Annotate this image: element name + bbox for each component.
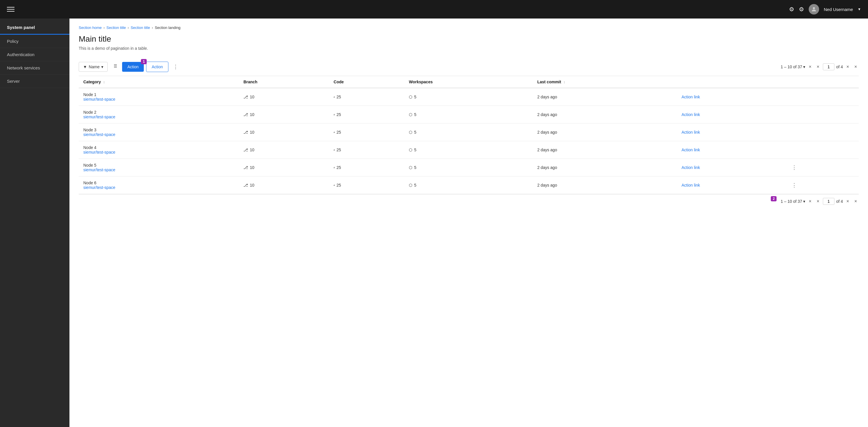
cell-more-1	[785, 106, 859, 124]
sort-icon-last-commit[interactable]: ↕	[563, 80, 565, 84]
filter-button[interactable]: ▼ Name ▾	[79, 62, 107, 72]
cell-category-5: Node 6 siemur/test-space	[79, 177, 239, 194]
branch-icon-3: ⎇	[243, 148, 248, 152]
bottom-bar: 2 1 – 10 of 37 ▾ × × of 4 × ×	[79, 194, 859, 206]
code-icon-1: ⁴	[334, 113, 335, 117]
pagination-next-next-bottom[interactable]: ×	[852, 198, 859, 205]
cell-more-0	[785, 88, 859, 106]
sort-button[interactable]	[110, 61, 120, 72]
cell-code-5: ⁴25	[329, 177, 404, 194]
gear-icon-1[interactable]: ⚙	[789, 6, 794, 13]
cell-link-2[interactable]: siemur/test-space	[83, 132, 234, 137]
action-link-4[interactable]: Action link	[681, 165, 700, 170]
avatar[interactable]	[809, 4, 819, 14]
pagination-next-top[interactable]: ×	[844, 64, 850, 70]
cell-category-1: Node 2 siemur/test-space	[79, 106, 239, 124]
table-header-row: Category ↕ Branch Code Workspaces Last c…	[79, 76, 859, 88]
pagination-page-input-top[interactable]	[823, 63, 834, 70]
row-more-button-5[interactable]: ⋮	[789, 181, 799, 189]
cell-last-commit-1: 2 days ago	[533, 106, 677, 124]
action-link-2[interactable]: Action link	[681, 130, 700, 134]
pagination-page-input-bottom[interactable]	[823, 198, 834, 205]
pagination-range-dropdown-bottom[interactable]: ▾	[803, 199, 805, 204]
cell-more-2	[785, 124, 859, 141]
filter-dropdown-icon: ▾	[101, 64, 103, 69]
table-row: Node 3 siemur/test-space ⎇10 ⁴25 ⬡5 2 da…	[79, 124, 859, 141]
action-link-5[interactable]: Action link	[681, 183, 700, 187]
cell-category-2: Node 3 siemur/test-space	[79, 124, 239, 141]
table-row: Node 1 siemur/test-space ⎇10 ⁴25 ⬡5 2 da…	[79, 88, 859, 106]
branch-icon-0: ⎇	[243, 95, 248, 99]
pagination-prev-prev-bottom[interactable]: ×	[807, 198, 813, 205]
table-row: Node 6 siemur/test-space ⎇10 ⁴25 ⬡5 2 da…	[79, 177, 859, 194]
row-more-button-4[interactable]: ⋮	[789, 163, 799, 172]
cell-last-commit-2: 2 days ago	[533, 124, 677, 141]
code-icon-3: ⁴	[334, 149, 335, 152]
sidebar-item-authentication[interactable]: Authentication	[0, 48, 69, 61]
cell-link-3[interactable]: siemur/test-space	[83, 150, 234, 154]
main-content: Section home › Section title › Section t…	[69, 19, 868, 427]
col-header-branch: Branch	[239, 76, 329, 88]
pagination-prev-bottom[interactable]: ×	[815, 198, 821, 205]
data-table: Category ↕ Branch Code Workspaces Last c…	[79, 76, 859, 194]
pagination-next-next-top[interactable]: ×	[852, 64, 859, 70]
cell-more-5: ⋮	[785, 177, 859, 194]
breadcrumb: Section home › Section title › Section t…	[79, 26, 859, 30]
cell-workspaces-2: ⬡5	[404, 124, 533, 141]
table-row: Node 4 siemur/test-space ⎇10 ⁴25 ⬡5 2 da…	[79, 141, 859, 159]
workspace-icon-4: ⬡	[409, 165, 412, 170]
col-header-workspaces: Workspaces	[404, 76, 533, 88]
action-primary-button[interactable]: Action	[122, 62, 144, 72]
sort-icon-category[interactable]: ↕	[103, 80, 105, 84]
sidebar-item-policy[interactable]: Policy	[0, 35, 69, 48]
col-header-action	[677, 76, 784, 88]
workspace-icon-1: ⬡	[409, 112, 412, 117]
branch-icon-1: ⎇	[243, 112, 248, 117]
cell-last-commit-5: 2 days ago	[533, 177, 677, 194]
cell-category-4: Node 5 siemur/test-space	[79, 159, 239, 177]
badge-1: 1	[141, 59, 147, 64]
pagination-next-bottom[interactable]: ×	[844, 198, 850, 205]
cell-link-0[interactable]: siemur/test-space	[83, 97, 234, 101]
cell-last-commit-0: 2 days ago	[533, 88, 677, 106]
cell-link-1[interactable]: siemur/test-space	[83, 115, 234, 119]
action-link-3[interactable]: Action link	[681, 148, 700, 152]
cell-action-link-3: Action link	[677, 141, 784, 159]
more-options-button[interactable]: ⋮	[171, 61, 181, 72]
col-header-code: Code	[329, 76, 404, 88]
pagination-prev-top[interactable]: ×	[815, 64, 821, 70]
action-link-0[interactable]: Action link	[681, 95, 700, 99]
sidebar-item-system-panel[interactable]: System panel	[0, 21, 69, 35]
action-link-1[interactable]: Action link	[681, 112, 700, 117]
topnav: ⚙ ⚙ Ned Username ▼	[0, 0, 868, 19]
gear-icon-2[interactable]: ⚙	[799, 6, 804, 13]
table-row: Node 2 siemur/test-space ⎇10 ⁴25 ⬡5 2 da…	[79, 106, 859, 124]
branch-icon-5: ⎇	[243, 183, 248, 187]
topnav-right: ⚙ ⚙ Ned Username ▼	[789, 4, 861, 14]
page-subtitle: This is a demo of pagination in a table.	[79, 46, 859, 51]
cell-branch-0: ⎇10	[239, 88, 329, 106]
breadcrumb-current: Section landing	[155, 26, 181, 30]
cell-link-5[interactable]: siemur/test-space	[83, 185, 234, 190]
breadcrumb-section-title-1[interactable]: Section title	[106, 26, 126, 30]
username: Ned Username	[824, 7, 853, 12]
user-dropdown-arrow[interactable]: ▼	[858, 7, 861, 11]
code-icon-2: ⁴	[334, 131, 335, 134]
hamburger-menu[interactable]	[7, 7, 14, 11]
cell-action-link-2: Action link	[677, 124, 784, 141]
workspace-icon-3: ⬡	[409, 148, 412, 152]
cell-branch-4: ⎇10	[239, 159, 329, 177]
pagination-range-dropdown-top[interactable]: ▾	[803, 64, 805, 69]
branch-icon-4: ⎇	[243, 165, 248, 170]
action-primary-container: Action 1	[122, 62, 144, 72]
cell-last-commit-4: 2 days ago	[533, 159, 677, 177]
sidebar-item-server[interactable]: Server	[0, 74, 69, 88]
cell-link-4[interactable]: siemur/test-space	[83, 167, 234, 172]
action-secondary-button[interactable]: Action	[146, 62, 168, 72]
breadcrumb-section-home[interactable]: Section home	[79, 26, 102, 30]
cell-action-link-5: Action link	[677, 177, 784, 194]
pagination-prev-prev-top[interactable]: ×	[807, 64, 813, 70]
cell-code-4: ⁴25	[329, 159, 404, 177]
sidebar-item-network-services[interactable]: Network services	[0, 61, 69, 74]
breadcrumb-section-title-2[interactable]: Section title	[130, 26, 150, 30]
